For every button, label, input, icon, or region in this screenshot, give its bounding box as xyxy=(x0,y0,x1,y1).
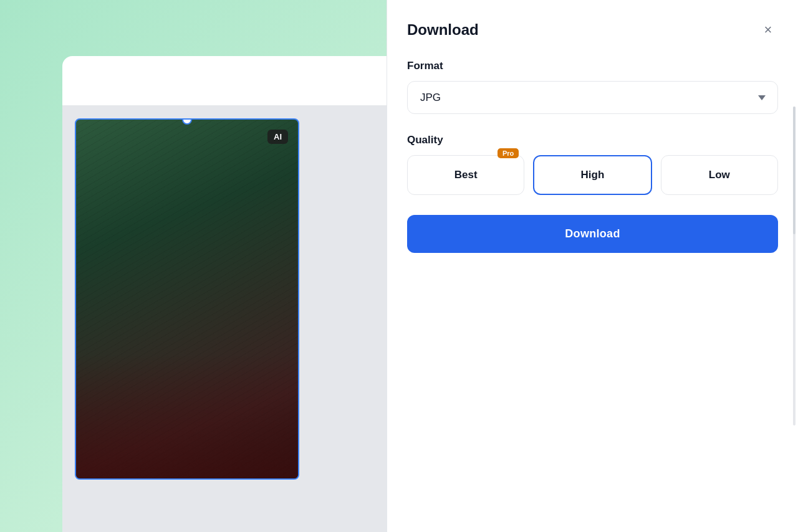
panel-header: Download × xyxy=(407,20,778,40)
image-overlay xyxy=(76,354,298,478)
quality-best-label: Best xyxy=(454,169,478,181)
ai-badge: AI xyxy=(267,130,288,144)
quality-label: Quality xyxy=(407,134,778,146)
selection-handle[interactable] xyxy=(182,118,192,125)
close-button[interactable]: × xyxy=(758,20,778,40)
quality-high-button[interactable]: High xyxy=(533,155,651,195)
scroll-thumb xyxy=(793,107,796,234)
quality-section: Quality Pro Best High Low xyxy=(407,134,778,195)
quality-low-button[interactable]: Low xyxy=(661,155,778,195)
format-select-wrapper: JPG PNG WebP SVG xyxy=(407,81,778,114)
format-label: Format xyxy=(407,60,778,72)
scroll-indicator xyxy=(793,107,796,425)
format-section: Format JPG PNG WebP SVG xyxy=(407,60,778,114)
quality-options: Pro Best High Low xyxy=(407,155,778,195)
image-preview: AI xyxy=(75,118,299,480)
format-select[interactable]: JPG PNG WebP SVG xyxy=(407,81,778,114)
pro-badge: Pro xyxy=(498,148,519,158)
panel-title: Download xyxy=(407,21,479,39)
download-action-button[interactable]: Download xyxy=(407,215,778,253)
quality-high-label: High xyxy=(581,169,605,181)
quality-best-button[interactable]: Pro Best xyxy=(407,155,524,195)
quality-low-label: Low xyxy=(709,169,730,181)
download-panel: Download × Format JPG PNG WebP SVG Quali… xyxy=(387,0,798,532)
